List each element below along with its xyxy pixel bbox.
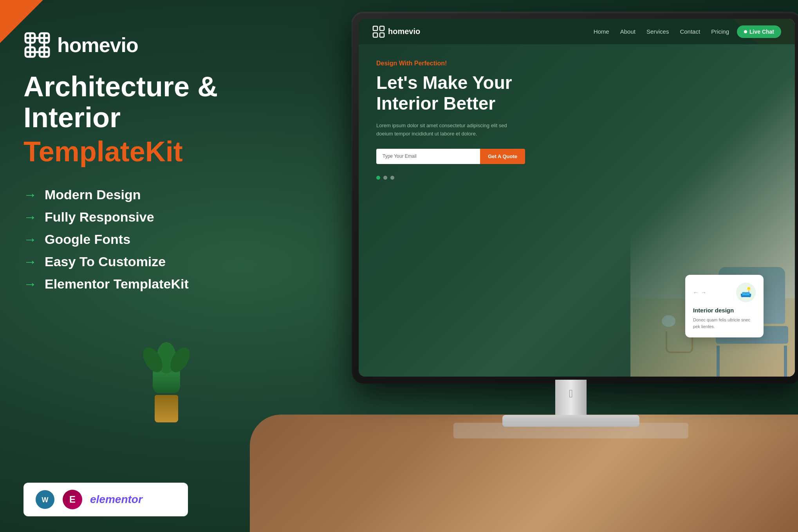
- card-title: Interior design: [693, 307, 756, 314]
- screen-logo-text: homevio: [388, 27, 420, 36]
- homevio-logo-icon: [23, 31, 51, 59]
- screen-headline: Let's Make Your Interior Better: [376, 72, 549, 114]
- carousel-dot-2[interactable]: [383, 176, 387, 180]
- screen-cta-form: Type Your Email Get A Quote: [376, 149, 525, 164]
- svg-rect-14: [380, 33, 384, 37]
- wordpress-icon: W: [35, 490, 55, 509]
- monitor-frame: homevio Home About Services Contact Pric…: [352, 12, 798, 384]
- arrow-icon-2: →: [23, 209, 37, 225]
- feature-text-1: Modern Design: [45, 187, 141, 202]
- screen-carousel-dots: [376, 176, 777, 180]
- live-chat-dot: [744, 30, 747, 33]
- elementor-text: elementor: [90, 493, 143, 506]
- screen-navbar: homevio Home About Services Contact Pric…: [359, 19, 795, 44]
- screen-headline-line2: Interior Better: [376, 93, 495, 114]
- email-placeholder: Type Your Email: [383, 153, 417, 159]
- svg-text:W: W: [42, 496, 49, 504]
- feature-text-3: Google Fonts: [45, 232, 130, 247]
- arrow-icon-5: →: [23, 276, 37, 292]
- interior-design-card: ← → 🛋️ Interior design Donec quam felis …: [685, 275, 764, 337]
- headline-line2: TemplateKit: [23, 136, 243, 167]
- card-sofa-icon: 🛋️: [736, 283, 756, 302]
- keyboard: [453, 423, 688, 438]
- monitor-area: homevio Home About Services Contact Pric…: [320, 12, 798, 521]
- headline-line1: Architecture & Interior: [23, 71, 243, 133]
- screen-nav-links: Home About Services Contact Pricing: [594, 28, 729, 35]
- screen-headline-line1: Let's Make Your: [376, 72, 512, 93]
- nav-link-services[interactable]: Services: [646, 28, 669, 35]
- apple-logo: : [569, 388, 573, 400]
- live-chat-text: Live Chat: [749, 29, 774, 35]
- plant-decoration: [153, 354, 180, 422]
- screen-tagline: Design With Perfection!: [376, 60, 777, 67]
- live-chat-button[interactable]: Live Chat: [737, 25, 781, 38]
- feature-text-5: Elementor TemplateKit: [45, 276, 189, 292]
- monitor-screen: homevio Home About Services Contact Pric…: [359, 19, 795, 377]
- svg-rect-12: [380, 26, 384, 31]
- screen-quote-button[interactable]: Get A Quote: [480, 149, 525, 164]
- arrow-icon-4: →: [23, 254, 37, 269]
- feature-text-2: Fully Responsive: [45, 209, 154, 225]
- screen-description: Lorem ipsum dolor sit amet consectetur a…: [376, 122, 513, 138]
- screen-logo-icon: [372, 25, 385, 38]
- screen-email-input[interactable]: Type Your Email: [376, 149, 480, 164]
- card-description: Donec quam felis ultricie snec pek lient…: [693, 317, 756, 330]
- card-next-arrow[interactable]: →: [701, 289, 706, 296]
- elementor-icon: E: [63, 490, 82, 509]
- nav-link-about[interactable]: About: [620, 28, 636, 35]
- feature-item-4: → Easy To Customize: [23, 254, 243, 269]
- card-nav-arrows: ← →: [693, 289, 706, 296]
- arrow-icon-3: →: [23, 232, 37, 247]
- left-content-panel: homevio Architecture & Interior Template…: [23, 31, 243, 292]
- svg-rect-11: [373, 26, 377, 31]
- nav-link-pricing[interactable]: Pricing: [711, 28, 729, 35]
- arrow-icon-1: →: [23, 187, 37, 202]
- carousel-dot-1[interactable]: [376, 176, 380, 180]
- svg-rect-13: [373, 33, 377, 37]
- logo-area: homevio: [23, 31, 243, 59]
- carousel-dot-3[interactable]: [390, 176, 394, 180]
- logo-text: homevio: [57, 33, 138, 57]
- nav-link-home[interactable]: Home: [594, 28, 609, 35]
- card-prev-arrow[interactable]: ←: [693, 289, 699, 296]
- feature-item-5: → Elementor TemplateKit: [23, 276, 243, 292]
- nav-link-contact[interactable]: Contact: [680, 28, 700, 35]
- feature-item-3: → Google Fonts: [23, 232, 243, 247]
- feature-text-4: Easy To Customize: [45, 254, 166, 269]
- features-list: → Modern Design → Fully Responsive → Goo…: [23, 187, 243, 292]
- card-header: ← → 🛋️: [693, 283, 756, 302]
- feature-item-1: → Modern Design: [23, 187, 243, 202]
- bottom-badges: W E elementor: [23, 483, 188, 516]
- screen-logo: homevio: [372, 25, 420, 38]
- feature-item-2: → Fully Responsive: [23, 209, 243, 225]
